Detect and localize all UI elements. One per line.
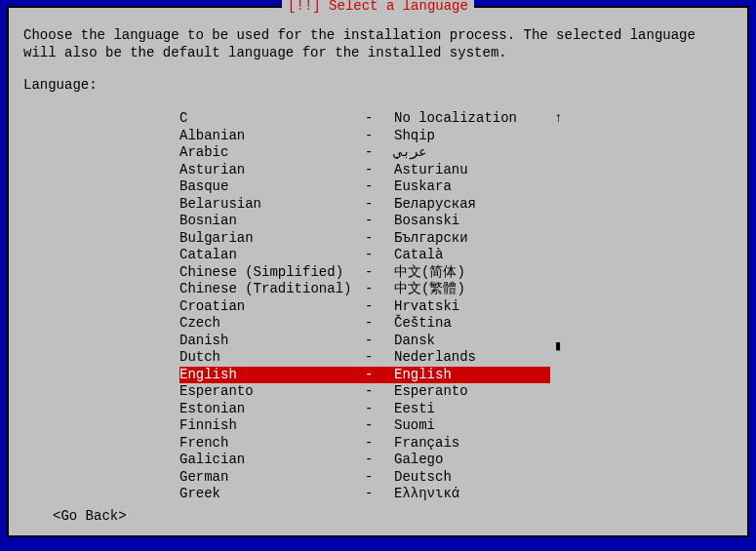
separator: - xyxy=(365,230,394,248)
language-name: Esperanto xyxy=(179,383,365,401)
language-name: Catalan xyxy=(179,247,365,264)
language-option[interactable]: Catalan- Català xyxy=(179,247,550,264)
separator: - xyxy=(365,367,394,384)
scrollbar[interactable]: ↑ ▮ xyxy=(554,110,562,503)
language-name: Chinese (Traditional) xyxy=(179,281,365,298)
language-name: Danish xyxy=(179,333,365,350)
language-name: Bosnian xyxy=(179,213,365,230)
language-option[interactable]: Chinese (Simplified)- 中文(简体) xyxy=(179,264,550,282)
language-name: Basque xyxy=(179,178,365,196)
language-option[interactable]: Asturian- Asturianu xyxy=(179,162,550,179)
language-name: English xyxy=(179,367,365,384)
language-native: Suomi xyxy=(394,417,550,435)
language-name: Chinese (Simplified) xyxy=(179,264,365,282)
language-native: Ελληνικά xyxy=(394,486,550,503)
language-native: Беларуская xyxy=(394,196,550,214)
dialog-title: [!!] Select a language xyxy=(282,0,474,14)
language-native: Català xyxy=(394,247,550,264)
language-native: Asturianu xyxy=(394,162,550,179)
language-option[interactable]: Estonian- Eesti xyxy=(179,401,550,418)
language-option[interactable]: Chinese (Traditional)- 中文(繁體) xyxy=(179,281,550,298)
scroll-up-icon[interactable]: ↑ xyxy=(554,110,562,128)
language-native: عربي xyxy=(394,144,550,162)
language-name: Greek xyxy=(179,486,365,503)
language-name: Croatian xyxy=(179,298,365,316)
language-option[interactable]: Belarusian- Беларуская xyxy=(179,196,550,214)
language-dialog: [!!] Select a language Choose the langua… xyxy=(7,6,749,537)
separator: - xyxy=(365,264,394,282)
separator: - xyxy=(365,110,394,128)
language-native: English xyxy=(394,367,550,384)
language-native: Български xyxy=(394,230,550,248)
language-name: French xyxy=(179,435,365,453)
language-native: Shqip xyxy=(394,128,550,145)
language-option[interactable]: Albanian- Shqip xyxy=(179,128,550,145)
separator: - xyxy=(365,333,394,350)
language-name: Finnish xyxy=(179,417,365,435)
language-option[interactable]: Esperanto- Esperanto xyxy=(179,383,550,401)
separator: - xyxy=(365,213,394,230)
separator: - xyxy=(365,349,394,367)
dialog-content: Choose the language to be used for the i… xyxy=(9,8,747,518)
separator: - xyxy=(365,247,394,264)
language-native: Euskara xyxy=(394,178,550,196)
language-name: Arabic xyxy=(179,144,365,162)
language-option[interactable]: Dutch- Nederlands xyxy=(179,349,550,367)
language-option[interactable]: Finnish- Suomi xyxy=(179,417,550,435)
language-option[interactable]: Galician- Galego xyxy=(179,452,550,469)
language-name: Galician xyxy=(179,452,365,469)
language-label: Language: xyxy=(23,77,733,93)
separator: - xyxy=(365,162,394,179)
separator: - xyxy=(365,178,394,196)
language-name: Estonian xyxy=(179,401,365,418)
separator: - xyxy=(365,452,394,469)
language-name: Dutch xyxy=(179,349,365,367)
language-native: Bosanski xyxy=(394,213,550,230)
language-native: Galego xyxy=(394,452,550,469)
language-native: Nederlands xyxy=(394,349,550,367)
language-native: Deutsch xyxy=(394,469,550,487)
scroll-thumb-icon[interactable]: ▮ xyxy=(554,338,562,356)
language-option[interactable]: Danish- Dansk xyxy=(179,333,550,350)
language-native: 中文(简体) xyxy=(394,264,550,282)
language-native: Dansk xyxy=(394,333,550,350)
separator: - xyxy=(365,383,394,401)
separator: - xyxy=(365,128,394,145)
language-list-area: C- No localizationAlbanian- ShqipArabic-… xyxy=(179,110,733,503)
language-name: Bulgarian xyxy=(179,230,365,248)
language-name: Albanian xyxy=(179,128,365,145)
go-back-button[interactable]: <Go Back> xyxy=(53,508,127,524)
language-native: No localization xyxy=(394,110,550,128)
language-native: Esperanto xyxy=(394,383,550,401)
separator: - xyxy=(365,417,394,435)
language-native: Hrvatski xyxy=(394,298,550,316)
language-option[interactable]: English- English xyxy=(179,367,550,384)
language-option[interactable]: Basque- Euskara xyxy=(179,178,550,196)
separator: - xyxy=(365,196,394,214)
language-option[interactable]: Bulgarian- Български xyxy=(179,230,550,248)
language-option[interactable]: Arabic- عربي xyxy=(179,144,550,162)
language-option[interactable]: Bosnian- Bosanski xyxy=(179,213,550,230)
language-option[interactable]: Czech- Čeština xyxy=(179,315,550,333)
language-native: 中文(繁體) xyxy=(394,281,550,298)
language-option[interactable]: Croatian- Hrvatski xyxy=(179,298,550,316)
separator: - xyxy=(365,281,394,298)
separator: - xyxy=(365,469,394,487)
language-name: C xyxy=(179,110,365,128)
separator: - xyxy=(365,298,394,316)
intro-text: Choose the language to be used for the i… xyxy=(23,27,733,61)
separator: - xyxy=(365,486,394,503)
language-name: Asturian xyxy=(179,162,365,179)
language-option[interactable]: C- No localization xyxy=(179,110,550,128)
dialog-title-wrap: [!!] Select a language xyxy=(9,0,747,14)
language-name: Czech xyxy=(179,315,365,333)
separator: - xyxy=(365,315,394,333)
language-native: Čeština xyxy=(394,315,550,333)
language-native: Eesti xyxy=(394,401,550,418)
language-option[interactable]: German- Deutsch xyxy=(179,469,550,487)
language-name: Belarusian xyxy=(179,196,365,214)
language-native: Français xyxy=(394,435,550,453)
language-list[interactable]: C- No localizationAlbanian- ShqipArabic-… xyxy=(179,110,550,503)
language-option[interactable]: Greek- Ελληνικά xyxy=(179,486,550,503)
language-option[interactable]: French- Français xyxy=(179,435,550,453)
